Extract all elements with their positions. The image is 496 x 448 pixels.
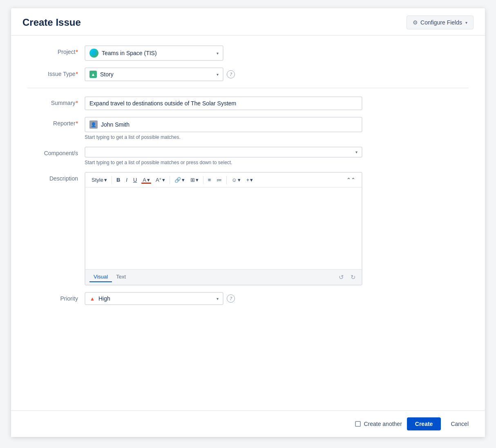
priority-field: ▲ High ▾ ?: [85, 292, 362, 305]
components-hint: Start typing to get a list of possible m…: [85, 160, 362, 165]
summary-label: Summary*: [27, 96, 85, 106]
table-chevron-icon: ▾: [196, 177, 199, 183]
italic-button[interactable]: I: [123, 175, 130, 185]
redo-button[interactable]: ↻: [349, 273, 357, 282]
issue-type-select[interactable]: ▲ Story ▾: [85, 67, 223, 81]
style-chevron-icon: ▾: [104, 177, 107, 183]
color-bar: [141, 183, 151, 184]
issue-type-field: ▲ Story ▾ ?: [85, 67, 362, 81]
description-editor: Style ▾ B I: [85, 172, 362, 285]
issue-type-row: Issue Type* ▲ Story ▾ ?: [27, 67, 469, 81]
create-another-text: Create another: [364, 421, 402, 427]
editor-toolbar: Style ▾ B I: [85, 173, 362, 187]
project-label: Project*: [27, 45, 85, 55]
project-row: Project* 🌐 Teams in Space (TIS) ▾: [27, 45, 469, 61]
font-size-chevron-icon: ▾: [162, 177, 165, 183]
priority-chevron-icon: ▾: [217, 296, 219, 301]
editor-tabs: Visual Text: [89, 272, 130, 282]
description-label: Description: [27, 172, 85, 182]
create-another-checkbox[interactable]: [355, 421, 361, 427]
plus-icon: +: [246, 177, 250, 183]
underline-button[interactable]: U: [130, 175, 140, 185]
toolbar-separator-1: [112, 176, 112, 184]
issue-type-label: Issue Type*: [27, 67, 85, 77]
text-color-chevron-icon: ▾: [147, 177, 150, 183]
description-field: Style ▾ B I: [85, 172, 362, 285]
modal-body: Project* 🌐 Teams in Space (TIS) ▾ Issue …: [11, 36, 485, 410]
configure-fields-button[interactable]: ⚙ Configure Fields ▾: [407, 16, 474, 29]
project-chevron-icon: ▾: [217, 51, 219, 56]
emoji-button[interactable]: ☺ ▾: [228, 175, 243, 185]
modal-header: Create Issue ⚙ Configure Fields ▾: [11, 8, 485, 36]
emoji-chevron-icon: ▾: [238, 177, 241, 183]
priority-label: Priority: [27, 292, 85, 302]
reporter-hint: Start typing to get a list of possible m…: [85, 134, 362, 140]
project-icon: 🌐: [89, 49, 98, 58]
style-button[interactable]: Style ▾: [89, 175, 110, 185]
cancel-button[interactable]: Cancel: [446, 417, 474, 430]
project-value: Teams in Space (TIS): [102, 50, 157, 56]
more-button[interactable]: + ▾: [244, 175, 256, 185]
summary-field: [85, 96, 362, 110]
reporter-field: 👤 Start typing to get a list of possible…: [85, 117, 362, 140]
bold-button[interactable]: B: [114, 175, 123, 185]
components-label: Component/s: [27, 147, 85, 156]
table-button[interactable]: ⊞ ▾: [188, 175, 201, 185]
collapse-button[interactable]: ⌃⌃: [344, 175, 358, 185]
toolbar-separator-3: [203, 176, 203, 184]
numbered-list-icon: ≔: [217, 177, 222, 183]
numbered-list-button[interactable]: ≔: [214, 175, 225, 185]
editor-actions: ↺ ↻: [337, 273, 357, 282]
modal-footer: Create another Create Cancel: [11, 410, 485, 437]
priority-help-icon[interactable]: ?: [227, 294, 235, 303]
issue-type-help-icon[interactable]: ?: [227, 70, 235, 78]
components-row: Component/s ▾ Start typing to get a list…: [27, 147, 469, 165]
priority-value: High: [98, 295, 110, 302]
priority-select[interactable]: ▲ High ▾: [85, 292, 223, 305]
link-button[interactable]: 🔗 ▾: [172, 175, 188, 185]
link-icon: 🔗: [174, 177, 181, 183]
gear-icon: ⚙: [413, 19, 418, 26]
bullet-list-button[interactable]: ≡: [205, 175, 214, 185]
create-button[interactable]: Create: [407, 417, 441, 430]
link-chevron-icon: ▾: [182, 177, 185, 183]
reporter-avatar: 👤: [89, 120, 98, 129]
reporter-row: Reporter* 👤 Start typing to get a list o…: [27, 117, 469, 140]
editor-footer: Visual Text ↺ ↻: [85, 269, 362, 285]
project-field: 🌐 Teams in Space (TIS) ▾: [85, 45, 362, 61]
bullet-list-icon: ≡: [208, 177, 211, 183]
description-content-area[interactable]: [85, 187, 362, 269]
story-icon: ▲: [89, 71, 97, 78]
collapse-icon: ⌃⌃: [346, 177, 355, 183]
page-title: Create Issue: [22, 17, 81, 28]
more-chevron-icon: ▾: [250, 177, 253, 183]
description-row: Description Style ▾: [27, 172, 469, 285]
issue-type-value: Story: [100, 71, 114, 78]
font-size-button[interactable]: A° ▾: [153, 175, 168, 185]
create-another-label[interactable]: Create another: [355, 421, 402, 427]
priority-row: Priority ▲ High ▾ ?: [27, 292, 469, 305]
undo-button[interactable]: ↺: [337, 273, 346, 282]
components-select[interactable]: ▾: [85, 147, 362, 158]
reporter-input[interactable]: [101, 121, 357, 128]
components-field: ▾ Start typing to get a list of possible…: [85, 147, 362, 165]
toolbar-separator-4: [226, 176, 227, 184]
tab-text[interactable]: Text: [112, 272, 130, 282]
summary-row: Summary*: [27, 96, 469, 110]
reporter-label: Reporter*: [27, 117, 85, 127]
tab-visual[interactable]: Visual: [89, 272, 112, 282]
priority-high-icon: ▲: [89, 296, 95, 301]
text-color-button[interactable]: A ▾: [140, 175, 153, 185]
reporter-input-wrapper[interactable]: 👤: [85, 117, 362, 132]
toolbar-separator-2: [170, 176, 170, 184]
summary-input[interactable]: [85, 96, 362, 110]
project-select[interactable]: 🌐 Teams in Space (TIS) ▾: [85, 45, 223, 61]
configure-fields-chevron: ▾: [465, 20, 467, 25]
section-divider: [27, 88, 469, 88]
create-issue-modal: Create Issue ⚙ Configure Fields ▾ Projec…: [11, 8, 485, 437]
issue-type-chevron-icon: ▾: [217, 72, 219, 77]
configure-fields-label: Configure Fields: [420, 19, 462, 26]
table-icon: ⊞: [190, 177, 195, 183]
components-chevron-icon: ▾: [355, 150, 357, 154]
emoji-icon: ☺: [231, 177, 237, 183]
